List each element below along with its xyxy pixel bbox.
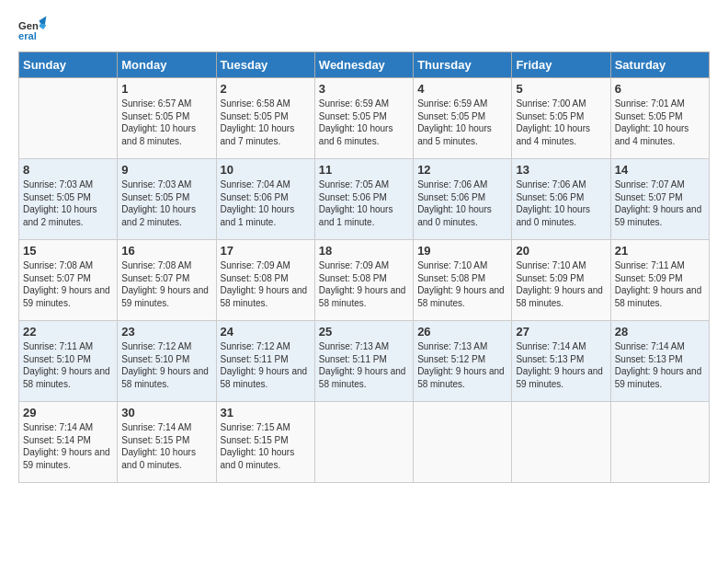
day-number: 24 (221, 325, 311, 339)
day-number: 29 (23, 406, 113, 419)
logo-icon: Gen eral (18, 15, 48, 44)
day-number: 28 (615, 325, 705, 339)
day-number: 19 (417, 244, 507, 258)
day-info: Sunrise: 7:11 AM Sunset: 5:09 PM Dayligh… (615, 260, 702, 308)
calendar-cell: 9 Sunrise: 7:03 AM Sunset: 5:05 PM Dayli… (118, 159, 216, 240)
calendar-cell: 26 Sunrise: 7:13 AM Sunset: 5:12 PM Dayl… (414, 321, 512, 402)
day-info: Sunrise: 7:12 AM Sunset: 5:11 PM Dayligh… (221, 341, 308, 389)
calendar-cell: 8 Sunrise: 7:03 AM Sunset: 5:05 PM Dayli… (19, 159, 118, 240)
calendar-cell: 23 Sunrise: 7:12 AM Sunset: 5:10 PM Dayl… (118, 321, 216, 402)
day-number: 16 (121, 244, 211, 258)
calendar-cell: 31 Sunrise: 7:15 AM Sunset: 5:15 PM Dayl… (216, 402, 314, 483)
day-info: Sunrise: 7:06 AM Sunset: 5:06 PM Dayligh… (516, 179, 590, 227)
calendar-cell: 18 Sunrise: 7:09 AM Sunset: 5:08 PM Dayl… (314, 240, 413, 321)
calendar-cell: 17 Sunrise: 7:09 AM Sunset: 5:08 PM Dayl… (216, 240, 314, 321)
day-info: Sunrise: 7:06 AM Sunset: 5:06 PM Dayligh… (417, 179, 492, 227)
day-info: Sunrise: 7:14 AM Sunset: 5:13 PM Dayligh… (516, 341, 603, 389)
day-info: Sunrise: 7:09 AM Sunset: 5:08 PM Dayligh… (221, 260, 308, 308)
svg-marker-2 (39, 17, 46, 26)
svg-marker-3 (39, 24, 46, 29)
day-number: 11 (319, 163, 409, 177)
day-number: 6 (615, 82, 705, 96)
calendar-cell: 5 Sunrise: 7:00 AM Sunset: 5:05 PM Dayli… (512, 78, 610, 159)
day-info: Sunrise: 7:15 AM Sunset: 5:15 PM Dayligh… (221, 422, 295, 470)
day-number: 15 (23, 244, 113, 258)
logo: Gen eral (18, 15, 51, 44)
calendar-cell (610, 402, 709, 483)
calendar-cell: 24 Sunrise: 7:12 AM Sunset: 5:11 PM Dayl… (216, 321, 314, 402)
day-number: 2 (221, 82, 311, 96)
calendar-cell: 21 Sunrise: 7:11 AM Sunset: 5:09 PM Dayl… (610, 240, 709, 321)
day-number: 14 (615, 163, 705, 177)
calendar-cell: 22 Sunrise: 7:11 AM Sunset: 5:10 PM Dayl… (19, 321, 118, 402)
calendar-cell: 11 Sunrise: 7:05 AM Sunset: 5:06 PM Dayl… (314, 159, 413, 240)
calendar-cell: 30 Sunrise: 7:14 AM Sunset: 5:15 PM Dayl… (118, 402, 216, 483)
column-header-monday: Monday (118, 52, 216, 78)
day-info: Sunrise: 7:05 AM Sunset: 5:06 PM Dayligh… (319, 179, 393, 227)
calendar-cell: 2 Sunrise: 6:58 AM Sunset: 5:05 PM Dayli… (216, 78, 314, 159)
calendar-cell: 15 Sunrise: 7:08 AM Sunset: 5:07 PM Dayl… (19, 240, 118, 321)
day-info: Sunrise: 7:07 AM Sunset: 5:07 PM Dayligh… (615, 179, 702, 227)
calendar-cell: 14 Sunrise: 7:07 AM Sunset: 5:07 PM Dayl… (610, 159, 709, 240)
day-info: Sunrise: 7:13 AM Sunset: 5:11 PM Dayligh… (319, 341, 406, 389)
calendar-week-row: 22 Sunrise: 7:11 AM Sunset: 5:10 PM Dayl… (19, 321, 710, 402)
day-info: Sunrise: 6:57 AM Sunset: 5:05 PM Dayligh… (121, 98, 196, 146)
day-info: Sunrise: 7:08 AM Sunset: 5:07 PM Dayligh… (121, 260, 209, 308)
day-number: 25 (319, 325, 409, 339)
day-info: Sunrise: 7:10 AM Sunset: 5:09 PM Dayligh… (516, 260, 603, 308)
day-number: 4 (417, 82, 507, 96)
column-header-thursday: Thursday (414, 52, 512, 78)
calendar-week-row: 8 Sunrise: 7:03 AM Sunset: 5:05 PM Dayli… (19, 159, 710, 240)
calendar-cell: 12 Sunrise: 7:06 AM Sunset: 5:06 PM Dayl… (414, 159, 512, 240)
column-header-wednesday: Wednesday (314, 52, 413, 78)
calendar-cell: 1 Sunrise: 6:57 AM Sunset: 5:05 PM Dayli… (118, 78, 216, 159)
svg-text:Gen: Gen (18, 20, 39, 31)
day-number: 30 (121, 406, 211, 419)
day-number: 8 (23, 163, 113, 177)
day-number: 12 (417, 163, 507, 177)
day-number: 22 (23, 325, 113, 339)
calendar-week-row: 29 Sunrise: 7:14 AM Sunset: 5:14 PM Dayl… (19, 402, 710, 483)
day-info: Sunrise: 6:59 AM Sunset: 5:05 PM Dayligh… (319, 98, 393, 146)
day-info: Sunrise: 7:10 AM Sunset: 5:08 PM Dayligh… (417, 260, 505, 308)
day-number: 23 (121, 325, 211, 339)
day-info: Sunrise: 7:00 AM Sunset: 5:05 PM Dayligh… (516, 98, 590, 146)
column-header-tuesday: Tuesday (216, 52, 314, 78)
calendar-cell: 16 Sunrise: 7:08 AM Sunset: 5:07 PM Dayl… (118, 240, 216, 321)
calendar-table: SundayMondayTuesdayWednesdayThursdayFrid… (18, 52, 710, 483)
day-info: Sunrise: 7:14 AM Sunset: 5:14 PM Dayligh… (23, 422, 110, 470)
calendar-cell: 4 Sunrise: 6:59 AM Sunset: 5:05 PM Dayli… (414, 78, 512, 159)
day-info: Sunrise: 7:08 AM Sunset: 5:07 PM Dayligh… (23, 260, 110, 308)
day-number: 1 (121, 82, 211, 96)
calendar-cell (19, 78, 118, 159)
day-info: Sunrise: 7:13 AM Sunset: 5:12 PM Dayligh… (417, 341, 505, 389)
calendar-cell: 13 Sunrise: 7:06 AM Sunset: 5:06 PM Dayl… (512, 159, 610, 240)
day-info: Sunrise: 6:59 AM Sunset: 5:05 PM Dayligh… (417, 98, 492, 146)
day-number: 18 (319, 244, 409, 258)
day-info: Sunrise: 7:03 AM Sunset: 5:05 PM Dayligh… (23, 179, 97, 227)
calendar-cell: 29 Sunrise: 7:14 AM Sunset: 5:14 PM Dayl… (19, 402, 118, 483)
header: Gen eral (18, 15, 710, 44)
day-info: Sunrise: 6:58 AM Sunset: 5:05 PM Dayligh… (221, 98, 295, 146)
day-number: 27 (516, 325, 606, 339)
day-info: Sunrise: 7:14 AM Sunset: 5:13 PM Dayligh… (615, 341, 702, 389)
calendar-cell (314, 402, 413, 483)
day-number: 10 (221, 163, 311, 177)
day-number: 17 (221, 244, 311, 258)
calendar-cell: 28 Sunrise: 7:14 AM Sunset: 5:13 PM Dayl… (610, 321, 709, 402)
column-header-friday: Friday (512, 52, 610, 78)
calendar-cell: 6 Sunrise: 7:01 AM Sunset: 5:05 PM Dayli… (610, 78, 709, 159)
column-header-saturday: Saturday (610, 52, 709, 78)
day-info: Sunrise: 7:09 AM Sunset: 5:08 PM Dayligh… (319, 260, 406, 308)
calendar-cell: 3 Sunrise: 6:59 AM Sunset: 5:05 PM Dayli… (314, 78, 413, 159)
day-info: Sunrise: 7:14 AM Sunset: 5:15 PM Dayligh… (121, 422, 196, 470)
day-info: Sunrise: 7:12 AM Sunset: 5:10 PM Dayligh… (121, 341, 209, 389)
calendar-header-row: SundayMondayTuesdayWednesdayThursdayFrid… (19, 52, 710, 78)
calendar-cell: 25 Sunrise: 7:13 AM Sunset: 5:11 PM Dayl… (314, 321, 413, 402)
day-info: Sunrise: 7:04 AM Sunset: 5:06 PM Dayligh… (221, 179, 295, 227)
day-number: 20 (516, 244, 606, 258)
calendar-cell (414, 402, 512, 483)
day-info: Sunrise: 7:03 AM Sunset: 5:05 PM Dayligh… (121, 179, 196, 227)
calendar-cell: 20 Sunrise: 7:10 AM Sunset: 5:09 PM Dayl… (512, 240, 610, 321)
column-header-sunday: Sunday (19, 52, 118, 78)
